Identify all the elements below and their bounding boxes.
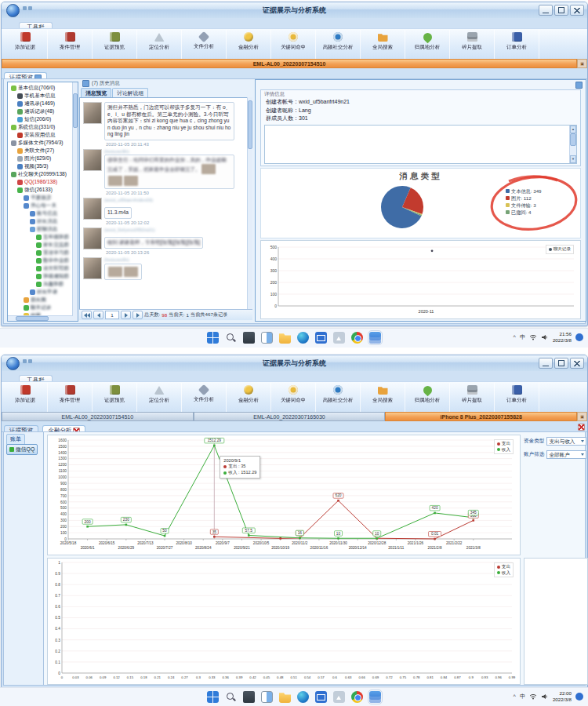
message-bubble[interactable]: 测但并不熟悉，门边您可以帮孩子多复习一下：有 o、e、i、u 都有标在后。第三单… bbox=[104, 102, 234, 140]
evidence-tab-active[interactable]: EML-AL00_20220307154510 bbox=[2, 59, 577, 68]
tree-item[interactable]: 社交聊天(20999/138) bbox=[9, 170, 72, 178]
message-item[interactable]: (wxid_uf5bam4ntilm00)11.3.m4a2020-11-05 … bbox=[83, 198, 244, 225]
tree-item[interactable]: 语文听写群 bbox=[9, 264, 72, 272]
start-icon[interactable] bbox=[207, 691, 219, 703]
chat-tab-preview[interactable]: 消息预览 bbox=[81, 88, 111, 97]
filter-dropdown[interactable]: 支出与收入 bbox=[546, 437, 586, 446]
tree-item[interactable]: 群聊消息 bbox=[9, 225, 72, 233]
last-page-button[interactable] bbox=[132, 311, 143, 319]
arrows-icon[interactable] bbox=[333, 691, 345, 703]
volume-icon[interactable] bbox=[541, 334, 549, 340]
volume-icon[interactable] bbox=[541, 693, 549, 700]
message-item[interactable]: (heiuuec9h)@班主任：给同学们布置的作业加，真的，作业超额完成了，安妮… bbox=[83, 149, 244, 196]
toolbar-button[interactable]: 高频社交分析 bbox=[316, 383, 361, 413]
tree-item[interactable]: 手机基本信息 bbox=[9, 92, 72, 100]
filter-dropdown[interactable]: 全部账户 bbox=[546, 450, 586, 459]
close-all-tabs-icon[interactable] bbox=[578, 424, 585, 431]
tree-item[interactable]: 兴趣班群 bbox=[9, 280, 72, 288]
maximize-button[interactable] bbox=[554, 358, 568, 369]
wifi-icon[interactable] bbox=[529, 334, 537, 340]
message-item[interactable]: (wxid_5efyexu0552w21)收到 谢谢老师，辛苦吧[玫瑰][玫瑰]… bbox=[83, 227, 244, 255]
tree-item[interactable]: 通话记录(48) bbox=[9, 107, 72, 115]
toolbar-button[interactable]: 案件管理 bbox=[48, 30, 93, 60]
minimize-button[interactable] bbox=[539, 5, 553, 16]
tree-item[interactable]: 账号信息 bbox=[9, 209, 72, 217]
toolbar-button[interactable]: 金融分析 bbox=[227, 383, 271, 413]
notes-textarea[interactable]: ▲ ▼ bbox=[264, 125, 577, 164]
close-button[interactable] bbox=[570, 5, 584, 16]
toolbar-button[interactable]: 定位分析 bbox=[137, 30, 182, 60]
tree-item[interactable]: 半夏微凉 bbox=[9, 194, 72, 202]
tree-item[interactable]: 五年级班群 bbox=[9, 233, 72, 241]
toolbar-button[interactable]: 碎片提取 bbox=[450, 383, 495, 413]
explorer-icon[interactable] bbox=[279, 691, 291, 703]
tree-item[interactable]: 系统信息(331/0) bbox=[9, 123, 72, 131]
mail-icon[interactable] bbox=[315, 332, 327, 344]
tree-item[interactable]: 图片(629/0) bbox=[9, 155, 72, 162]
tree-item[interactable]: QQ(1986/138) bbox=[9, 178, 72, 186]
minimize-button[interactable] bbox=[539, 358, 553, 369]
page-number-input[interactable]: 1 bbox=[105, 311, 119, 319]
tray-chevron-icon[interactable]: ^ bbox=[514, 693, 516, 699]
message-bubble[interactable]: 11.3.m4a bbox=[104, 207, 132, 219]
panel-window-icon[interactable] bbox=[575, 82, 583, 89]
evidence-tab[interactable]: EML-AL00_20220307165030 bbox=[194, 412, 386, 421]
toolbar-button[interactable]: 全局搜索 bbox=[361, 383, 405, 413]
copy-icon[interactable] bbox=[82, 80, 89, 87]
toolbar-button[interactable]: 添加证据 bbox=[3, 30, 48, 60]
scroll-down-arrow[interactable]: ▼ bbox=[570, 155, 576, 163]
tree-item[interactable]: 班级通知群 bbox=[9, 272, 72, 280]
toolbar-button[interactable]: 文件分析 bbox=[182, 30, 227, 60]
taskbar-clock[interactable]: 21:56 2022/3/8 bbox=[553, 331, 572, 344]
message-bubble[interactable] bbox=[104, 264, 142, 280]
sidebar-item-wechat-qq[interactable]: 微信QQ bbox=[6, 444, 38, 455]
toolbar-button[interactable]: 关键词命中 bbox=[271, 383, 316, 413]
prev-page-button[interactable] bbox=[93, 311, 103, 319]
tree-item[interactable]: 视频(35/3) bbox=[9, 162, 72, 170]
first-page-button[interactable] bbox=[82, 311, 92, 319]
message-item[interactable]: 测但并不熟悉，门边您可以帮孩子多复习一下：有 o、e、i、u 都有标在后。第三单… bbox=[83, 102, 244, 147]
search-icon[interactable] bbox=[225, 332, 237, 344]
search-icon[interactable] bbox=[225, 691, 237, 703]
start-icon[interactable] bbox=[207, 332, 219, 344]
tree-item[interactable]: 好友消息 bbox=[9, 217, 72, 225]
message-item[interactable]: (heiuuec0h) bbox=[83, 257, 244, 281]
taskbar-clock[interactable]: 22:00 2022/3/8 bbox=[553, 690, 572, 703]
toolbar-button[interactable]: 关键词命中 bbox=[271, 30, 316, 60]
files-icon[interactable] bbox=[243, 332, 255, 344]
tree-item[interactable]: 微信(26133) bbox=[9, 186, 72, 194]
chrome-icon[interactable] bbox=[351, 332, 363, 344]
tree-horizontal-scrollbar[interactable] bbox=[8, 315, 73, 321]
toolbar-button[interactable]: 归属地分析 bbox=[405, 30, 450, 60]
toolbar-button[interactable]: 文件分析 bbox=[182, 383, 227, 413]
tree-item[interactable]: 数学作业群 bbox=[9, 257, 72, 264]
tree-item[interactable]: 家长交流群 bbox=[9, 241, 72, 249]
ime-indicator[interactable]: 中 bbox=[520, 333, 525, 341]
evidence-tab-active[interactable]: iPhone 8 Plus_20220307155828 bbox=[385, 412, 577, 421]
toolbar-button[interactable]: 金融分析 bbox=[227, 30, 271, 60]
tray-chevron-icon[interactable]: ^ bbox=[514, 334, 516, 340]
toolbar-button[interactable]: 添加证据 bbox=[3, 383, 48, 413]
tree-item[interactable]: 安装应用信息 bbox=[9, 131, 72, 139]
toolbar-button[interactable]: 定位分析 bbox=[137, 383, 182, 413]
toolbar-button[interactable]: 证据预览 bbox=[93, 383, 137, 413]
toolbar-button[interactable]: 全局搜索 bbox=[361, 30, 405, 60]
notification-badge[interactable] bbox=[575, 693, 583, 701]
toolbar-button[interactable]: 案件管理 bbox=[48, 383, 93, 413]
taskview-icon[interactable] bbox=[261, 332, 273, 344]
explorer-icon[interactable] bbox=[279, 332, 291, 344]
close-button[interactable] bbox=[570, 358, 584, 369]
tree-item[interactable]: 好友申请 bbox=[9, 288, 72, 296]
ime-indicator[interactable]: 中 bbox=[520, 693, 525, 701]
tree-item[interactable]: 英语学习群 bbox=[9, 249, 72, 257]
sidebar-group-bill[interactable]: 账单 bbox=[6, 434, 25, 445]
message-bubble[interactable]: @班主任：给同学们布置的作业加，真的，作业超额完成了，安妮，把家庭作业全部做完了… bbox=[104, 155, 234, 190]
textarea-scrollbar[interactable]: ▲ ▼ bbox=[569, 126, 576, 163]
toolbar-button[interactable]: 高频社交分析 bbox=[316, 30, 361, 60]
mail-icon[interactable] bbox=[315, 691, 327, 703]
tree-item[interactable]: 多媒体文件(7954/3) bbox=[9, 139, 72, 147]
toolbar-button[interactable]: 归属地分析 bbox=[405, 383, 450, 413]
tree-item[interactable]: 通讯录(1469) bbox=[9, 100, 72, 107]
tree-item[interactable]: 短信(206/0) bbox=[9, 115, 72, 123]
notification-badge[interactable] bbox=[575, 333, 583, 341]
